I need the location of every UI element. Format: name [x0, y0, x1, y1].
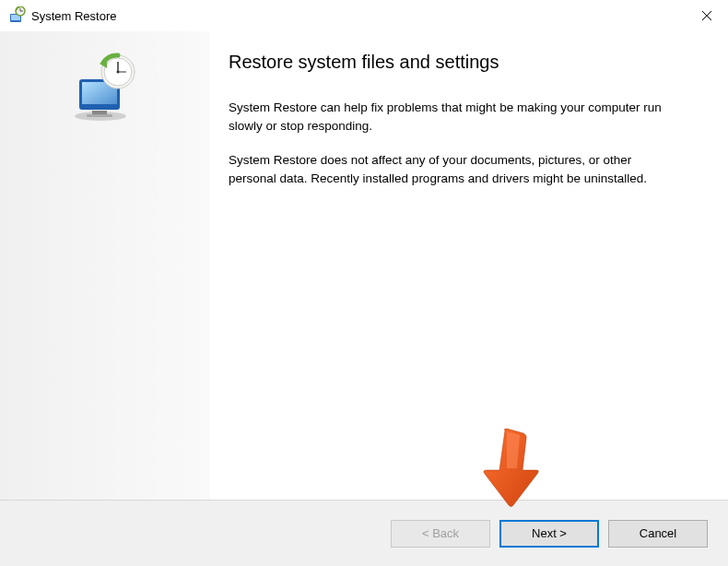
system-restore-large-icon — [68, 52, 142, 125]
wizard-sidebar — [0, 31, 210, 500]
window-title: System Restore — [31, 9, 116, 23]
description-paragraph-2: System Restore does not affect any of yo… — [229, 151, 662, 187]
description-paragraph-1: System Restore can help fix problems tha… — [229, 99, 662, 135]
svg-point-15 — [117, 71, 120, 74]
title-bar: System Restore — [0, 0, 728, 31]
wizard-main-content: Restore system files and settings System… — [210, 31, 728, 500]
system-restore-app-icon — [7, 6, 26, 25]
next-button[interactable]: Next > — [499, 520, 599, 548]
back-button: < Back — [391, 520, 490, 548]
svg-rect-9 — [92, 111, 107, 114]
wizard-button-bar: < Back Next > Cancel — [0, 500, 728, 566]
content-area: risk.com — [0, 31, 728, 500]
svg-rect-10 — [87, 114, 112, 117]
page-heading: Restore system files and settings — [229, 52, 691, 73]
close-button[interactable] — [686, 0, 728, 31]
cancel-button[interactable]: Cancel — [608, 520, 708, 548]
